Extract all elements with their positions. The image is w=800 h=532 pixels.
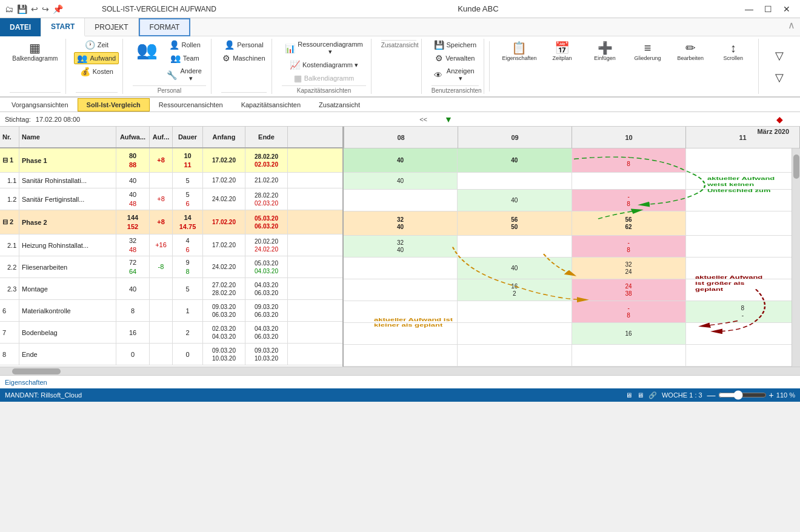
verwalten-button[interactable]: ⚙ Verwalten — [431, 52, 480, 64]
scrollen-tool-button[interactable]: ↕ Scrollen — [713, 39, 753, 64]
gantt-val: 8 — [627, 201, 630, 208]
ribbon-group-personal: 👥 👤 Rollen 👥 Team 🔧 Andere ▾ — [128, 39, 212, 94]
view-vorgangsansichten[interactable]: Vorgangsansichten — [2, 98, 78, 111]
gantt-cell — [458, 236, 572, 257]
ressourcendiagramm-button[interactable]: 📊 Ressourcendiagramm ▾ — [282, 39, 366, 58]
tab-start[interactable]: START — [41, 18, 85, 36]
andere-label: Andere ▾ — [179, 67, 203, 82]
filter1-button[interactable]: ▽ — [766, 46, 793, 65]
save-icon[interactable]: 💾 — [17, 4, 27, 14]
ribbon-collapse[interactable]: ∧ — [783, 18, 800, 36]
td-nr: ⊟ 1 — [0, 148, 19, 172]
close-button[interactable]: ✕ — [778, 3, 795, 15]
view-ressourcenansichten[interactable]: Ressourcenansichten — [150, 98, 232, 111]
tab-datei[interactable]: DATEI — [0, 18, 41, 36]
minimize-button[interactable]: — — [740, 3, 758, 15]
balken-kapaz-icon: ▦ — [294, 74, 302, 82]
maschinen-button[interactable]: ⚙ Maschinen — [219, 52, 268, 64]
tab-format[interactable]: FORMAT — [139, 18, 191, 36]
gantt-month: März 2020 — [752, 128, 794, 135]
scrollbar-horizontal[interactable] — [0, 367, 800, 375]
undo-icon[interactable]: ↩ — [31, 4, 38, 14]
ressourcendiagramm-icon: 📊 — [285, 44, 295, 53]
td-name: Sanitär Rohinstallati... — [19, 173, 116, 188]
benutzer-group-label: Benutzeransichten — [432, 85, 479, 94]
window-controls[interactable]: — ☐ ✕ — [740, 3, 795, 15]
gantt-weeks-container: 08 09 10 11 — [344, 127, 800, 148]
speichern-button[interactable]: 💾 Speichern — [431, 39, 480, 51]
gantt-val: 62 — [625, 224, 632, 231]
zeit-button[interactable]: 🕐 Zeit — [74, 39, 119, 51]
td-aufwand: 16 — [116, 322, 150, 343]
zoom-plus-button[interactable]: + — [769, 390, 774, 400]
td-nr: 2.2 — [0, 256, 19, 278]
status-icon3: 🔗 — [648, 391, 657, 399]
tab-projekt[interactable]: PROJEKT — [85, 18, 138, 36]
ribbon-content: ▦ Balkendiagramm 🕐 Zeit 👥 Aufwand — [0, 36, 800, 96]
content-area: Nr. Name Aufwa... Auf... Dauer Anfang En… — [0, 127, 800, 367]
zeitplan-tool-icon: 📅 — [555, 42, 570, 54]
td-name: Phase 2 — [19, 210, 116, 234]
balken-kapaz-label: Balkendiagramm — [304, 75, 355, 82]
eigenschaften-tool-button[interactable]: 📋 Eigenschaften — [499, 39, 540, 64]
redo-icon[interactable]: ↪ — [42, 4, 49, 14]
kostendiagramm-button[interactable]: 📈 Kostendiagramm ▾ — [282, 59, 366, 71]
td-ende: 04.03.20 06.03.20 — [245, 322, 288, 343]
filter2-button[interactable]: ▽ — [766, 68, 793, 87]
zak-buttons: 🕐 Zeit 👥 Aufwand 💰 Kosten — [74, 39, 119, 91]
right-panel: 08 09 10 11 März 2020 40 40 - — [344, 127, 800, 367]
gliederung-tool-icon: ≡ — [644, 42, 652, 54]
gantt-cell: 16 2 — [458, 279, 572, 301]
ribbon-group-balken: ▦ Balkendiagramm — [5, 39, 66, 94]
stichtag-nav-left[interactable]: << — [419, 116, 427, 123]
gantt-val: - — [742, 312, 744, 319]
view-kapazitaetsansichten[interactable]: Kapazitätsansichten — [232, 98, 310, 111]
speichern-icon: 💾 — [434, 41, 444, 49]
zeitplan-tool-button[interactable]: 📅 Zeitplan — [542, 39, 582, 64]
left-panel: Nr. Name Aufwa... Auf... Dauer Anfang En… — [0, 127, 344, 367]
td-nr: 1.2 — [0, 188, 19, 210]
maschinen-label: Maschinen — [233, 55, 265, 62]
verwalten-label: Verwalten — [445, 55, 475, 62]
einfuegen-tool-button[interactable]: ➕ Einfügen — [585, 39, 625, 64]
maximize-button[interactable]: ☐ — [759, 3, 777, 15]
personal-big-button[interactable]: 👥 — [133, 39, 161, 63]
balken-kapaz-button[interactable]: ▦ Balkendiagramm — [282, 72, 366, 84]
td-nr: 2.1 — [0, 234, 19, 256]
ressourcen-personal-button[interactable]: 👤 Personal — [219, 39, 268, 51]
zak-group-label — [76, 92, 118, 94]
andere-icon: 🔧 — [167, 71, 177, 79]
einfuegen-tool-icon: ➕ — [598, 42, 613, 54]
title-bar: 🗂 💾 ↩ ↪ 📌 SOLL-IST-VERGLEICH AUFWAND Kun… — [0, 0, 800, 18]
th-name: Name — [19, 127, 116, 147]
gantt-cell — [686, 236, 800, 257]
gantt-val: 40 — [511, 157, 518, 164]
view-soll-ist[interactable]: Soll-Ist-Vergleich — [78, 98, 150, 111]
gantt-row-22: 40 32 24 — [344, 258, 800, 279]
aufwand-button[interactable]: 👥 Aufwand — [74, 52, 119, 64]
gliederung-tool-button[interactable]: ≡ Gliederung — [627, 39, 668, 64]
zoom-slider[interactable] — [718, 390, 767, 400]
gantt-cell — [344, 258, 458, 279]
bearbeiten-tool-button[interactable]: ✏ Bearbeiten — [670, 39, 711, 64]
zoom-minus-button[interactable]: — — [707, 390, 716, 400]
gantt-cell — [458, 323, 572, 344]
zeit-label: Zeit — [98, 41, 108, 48]
td-aufwand: 40 — [116, 278, 150, 299]
balkendiagramm-button[interactable]: ▦ Balkendiagramm — [8, 39, 62, 65]
table-row: 8 Ende 0 0 09.03.20 10.03.20 09.03.20 10… — [0, 344, 342, 365]
td-auf — [150, 344, 173, 365]
gantt-val: 8 — [627, 161, 630, 168]
eigenschaften-link[interactable]: Eigenschaften — [5, 379, 47, 386]
team-button[interactable]: 👥 Team — [164, 52, 206, 64]
andere-button[interactable]: 🔧 Andere ▾ — [164, 65, 206, 84]
kosten-button[interactable]: 💰 Kosten — [74, 65, 119, 78]
anzeigen-button[interactable]: 👁 Anzeigen ▾ — [431, 65, 480, 84]
gantt-week-10: 10 — [572, 127, 686, 148]
scrollbar-vertical[interactable] — [792, 148, 800, 367]
view-zusatzansicht[interactable]: Zusatzansicht — [310, 98, 369, 111]
gantt-row-12: 40 - 8 — [344, 190, 800, 211]
rollen-button[interactable]: 👤 Rollen — [164, 39, 206, 51]
td-name: Heizung Rohinstallat... — [19, 234, 116, 256]
gantt-cell: 40 — [344, 173, 458, 189]
